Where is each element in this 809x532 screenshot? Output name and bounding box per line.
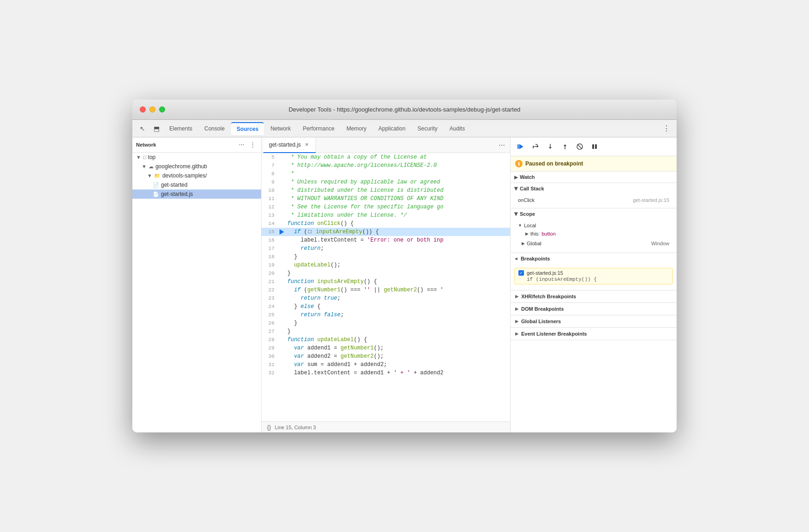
bp-checkbox-0[interactable]: ✓ (518, 270, 524, 276)
tree-label-get-started: get-started (161, 182, 187, 188)
watch-section: ▶ Watch (511, 171, 677, 183)
line-num-24: 24 (262, 302, 278, 311)
code-area[interactable]: 5 * You may obtain a copy of the License… (262, 153, 510, 421)
line-num-32: 32 (262, 369, 278, 377)
arrow-down-icon: ▼ (147, 173, 152, 178)
line-content-11: * WITHOUT WARRANTIES OR CONDITIONS OF AN… (286, 195, 510, 203)
code-tab-close-icon[interactable]: ✕ (303, 142, 310, 148)
resume-button[interactable] (514, 140, 527, 153)
code-tab-get-started-js[interactable]: get-started.js ✕ (263, 137, 316, 153)
line-content-27: } (286, 327, 510, 336)
line-num-16: 16 (262, 236, 278, 244)
info-icon: ℹ (515, 160, 523, 167)
tab-application[interactable]: Application (373, 123, 411, 135)
scope-global-value: Window (651, 241, 669, 246)
code-line-7: 7 * http://www.apache.org/licenses/LICEN… (262, 161, 510, 170)
tab-performance[interactable]: Performance (297, 123, 340, 135)
scope-local-arrow-icon: ▼ (518, 223, 522, 228)
tree-item-get-started-js[interactable]: 📄 get-started.js (132, 189, 261, 199)
tab-network[interactable]: Network (265, 123, 296, 135)
scope-global-row[interactable]: ▶ Global Window (514, 238, 673, 249)
tab-audits[interactable]: Audits (444, 123, 470, 135)
folder-icon: □ (143, 154, 146, 160)
line-num-15: 15 (262, 228, 278, 236)
step-over-button[interactable] (529, 140, 542, 153)
devtools-tabbar: ↖ ⬒ Elements Console Sources Network Per… (132, 120, 677, 137)
call-stack-header[interactable]: ▶ Call Stack (511, 183, 677, 194)
watch-arrow-icon: ▶ (514, 175, 518, 180)
code-tab-label: get-started.js (269, 142, 301, 148)
step-into-button[interactable] (544, 140, 557, 153)
global-listeners-header[interactable]: ▶ Global Listeners (511, 315, 677, 327)
deactivate-button[interactable] (573, 140, 586, 153)
arrow-down-icon: ▼ (142, 164, 147, 169)
expand-more-icon[interactable]: ⋯ (237, 140, 246, 149)
line-content-7: * http://www.apache.org/licenses/LICENSE… (286, 161, 510, 170)
line-num-13: 13 (262, 211, 278, 219)
code-editor-panel: get-started.js ✕ ⋯ 5 * You may obtain a … (262, 137, 511, 432)
tab-memory[interactable]: Memory (341, 123, 372, 135)
scope-local-header[interactable]: ▼ Local (514, 221, 673, 230)
tree-label-devtools: devtools-samples/ (162, 172, 207, 179)
event-listener-breakpoints-header[interactable]: ▶ Event Listener Breakpoints (511, 328, 677, 340)
line-content-5: * You may obtain a copy of the License a… (286, 153, 510, 161)
line-bp-15[interactable] (278, 229, 286, 235)
tree-item-github[interactable]: ▼ ☁ googlechrome.github (132, 162, 261, 171)
code-line-12: 12 * See the License for the specific la… (262, 203, 510, 211)
tree-item-devtools[interactable]: ▼ 📁 devtools-samples/ (132, 171, 261, 180)
line-num-9: 9 (262, 178, 278, 186)
dom-breakpoints-header[interactable]: ▶ DOM Breakpoints (511, 303, 677, 315)
line-num-5: 5 (262, 153, 278, 161)
call-stack-content: onClick get-started.js:15 (511, 194, 677, 208)
xhr-breakpoints-header[interactable]: ▶ XHR/fetch Breakpoints (511, 290, 677, 302)
line-num-27: 27 (262, 327, 278, 336)
call-stack-arrow-icon: ▶ (514, 187, 519, 190)
tab-security[interactable]: Security (412, 123, 443, 135)
line-content-31: var sum = addend1 + addend2; (286, 361, 510, 369)
xhr-breakpoints-label: XHR/fetch Breakpoints (521, 294, 576, 299)
pause-button[interactable] (588, 140, 601, 153)
line-num-12: 12 (262, 203, 278, 211)
tab-sources[interactable]: Sources (231, 122, 264, 135)
line-content-21: function inputsAreEmpty() { (286, 278, 510, 286)
watch-header[interactable]: ▶ Watch (511, 171, 677, 183)
svg-rect-12 (595, 144, 597, 149)
dom-caret-icon: ▶ (515, 307, 518, 311)
call-stack-fn-loc: get-started.js:15 (633, 197, 669, 203)
watch-label: Watch (520, 174, 535, 180)
tab-elements[interactable]: Elements (164, 123, 198, 135)
call-stack-item-onclick[interactable]: onClick get-started.js:15 (514, 196, 673, 204)
tree-item-get-started[interactable]: 📄 get-started (132, 180, 261, 189)
format-icon[interactable]: {} (267, 424, 271, 431)
line-content-9: * Unless required by applicable law or a… (286, 178, 510, 186)
svg-rect-11 (592, 144, 594, 149)
maximize-button[interactable] (159, 106, 165, 112)
code-tab-expand-icon[interactable]: ⋯ (495, 139, 508, 152)
scope-local-label: Local (524, 223, 536, 228)
tree-item-top[interactable]: ▼ □ top (132, 153, 261, 162)
line-num-7: 7 (262, 161, 278, 170)
paused-text: Paused on breakpoint (525, 160, 583, 167)
scope-header[interactable]: ▶ Scope (511, 208, 677, 219)
dock-icon[interactable]: ⬒ (150, 122, 163, 135)
more-options-icon[interactable]: ⋮ (248, 140, 257, 149)
folder-icon: 📁 (154, 173, 161, 179)
code-line-13: 13 * limitations under the License. */ (262, 211, 510, 219)
breakpoint-item-0: ✓ get-started.js:15 if (inputsAreEmpty()… (514, 268, 673, 284)
line-num-8: 8 (262, 170, 278, 178)
breakpoints-header[interactable]: ▼ Breakpoints (511, 253, 677, 264)
cursor-icon[interactable]: ↖ (136, 122, 149, 135)
code-line-10: 10 * distributed under the License is di… (262, 186, 510, 195)
scope-global-header: ▶ Global (518, 239, 545, 248)
tab-console[interactable]: Console (199, 123, 230, 135)
breakpoint-arrow (280, 229, 284, 235)
global-listeners-section: ▶ Global Listeners (511, 315, 677, 328)
more-tabs-icon[interactable]: ⋮ (660, 122, 673, 135)
file-js-icon: 📄 (153, 191, 159, 197)
step-out-button[interactable] (559, 140, 571, 153)
line-num-26: 26 (262, 319, 278, 327)
breakpoints-label: Breakpoints (521, 256, 550, 261)
code-line-18: 18 } (262, 253, 510, 261)
minimize-button[interactable] (149, 106, 155, 112)
close-button[interactable] (140, 106, 146, 112)
